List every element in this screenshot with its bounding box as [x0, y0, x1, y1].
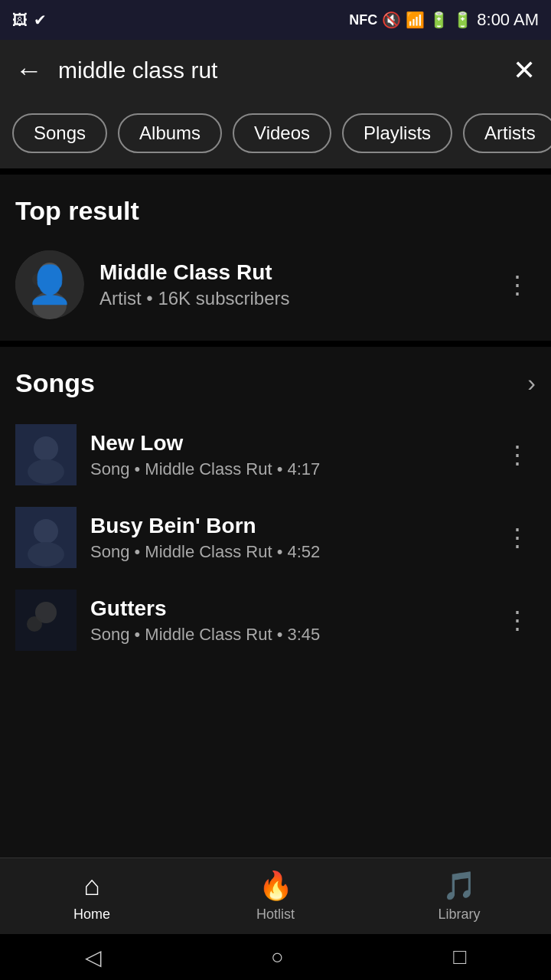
artist-avatar-image	[15, 250, 84, 319]
status-bar: 🖼 ✔ NFC 🔇 📶 🔋 🔋 8:00 AM	[0, 0, 551, 40]
song-art-icon	[15, 507, 77, 568]
artist-name: Middle Class Rut	[99, 260, 484, 285]
song-item[interactable]: Gutters Song • Middle Class Rut • 3:45 ⋮	[15, 579, 536, 662]
android-nav-bar: ◁ ○ □	[0, 934, 551, 980]
song-title: New Low	[90, 431, 485, 456]
song-more-button[interactable]: ⋮	[499, 599, 536, 641]
song-more-button[interactable]: ⋮	[499, 517, 536, 558]
songs-section-header: Songs ›	[15, 368, 536, 398]
song-art-icon	[15, 590, 77, 651]
artist-card[interactable]: Middle Class Rut Artist • 16K subscriber…	[15, 241, 536, 328]
song-meta: Song • Middle Class Rut • 4:17	[90, 459, 485, 479]
top-result-section: Top result Middle Class Rut Artist • 16K…	[0, 175, 551, 341]
svg-point-3	[32, 273, 44, 286]
hotlist-icon: 🔥	[259, 870, 293, 902]
status-icons-left: 🖼 ✔	[12, 11, 47, 29]
android-back-button[interactable]: ◁	[85, 945, 102, 970]
song-info: Busy Bein' Born Song • Middle Class Rut …	[90, 514, 485, 562]
song-item[interactable]: New Low Song • Middle Class Rut • 4:17 ⋮	[15, 413, 536, 496]
song-more-button[interactable]: ⋮	[499, 434, 536, 475]
songs-section: Songs › New Low Song • Middle Class Rut …	[0, 347, 551, 674]
artist-avatar	[15, 250, 84, 319]
tab-artists[interactable]: Artists	[463, 113, 551, 153]
svg-point-2	[33, 292, 67, 319]
section-divider-top	[0, 168, 551, 175]
wifi-icon: 📶	[406, 11, 425, 29]
tab-songs[interactable]: Songs	[12, 113, 107, 153]
section-divider-mid	[0, 341, 551, 347]
song-info: Gutters Song • Middle Class Rut • 3:45	[90, 596, 485, 645]
android-recent-button[interactable]: □	[453, 945, 466, 969]
status-icons-right: NFC 🔇 📶 🔋 🔋 8:00 AM	[349, 10, 539, 30]
nav-library-label: Library	[438, 906, 480, 923]
back-button[interactable]: ←	[15, 54, 43, 87]
artist-silhouette-icon	[15, 250, 84, 319]
svg-rect-7	[15, 424, 77, 485]
android-home-button[interactable]: ○	[271, 945, 284, 969]
library-icon: 🎵	[442, 870, 477, 902]
artist-more-button[interactable]: ⋮	[499, 264, 536, 305]
song-title: Busy Bein' Born	[90, 514, 485, 538]
bottom-nav: ⌂ Home 🔥 Hotlist 🎵 Library	[0, 858, 551, 934]
songs-more-button[interactable]: ›	[527, 369, 536, 397]
song-title: Gutters	[90, 596, 485, 621]
song-meta: Song • Middle Class Rut • 3:45	[90, 625, 485, 645]
song-thumbnail	[15, 507, 77, 568]
nfc-icon: NFC	[349, 12, 377, 28]
nav-home[interactable]: ⌂ Home	[0, 870, 184, 923]
artist-subtitle: Artist • 16K subscribers	[99, 288, 484, 309]
search-header: ← middle class rut ✕	[0, 40, 551, 101]
battery-icon: 🔋	[453, 11, 472, 29]
song-art-icon	[15, 424, 77, 485]
nav-library[interactable]: 🎵 Library	[367, 870, 551, 923]
svg-point-1	[39, 263, 60, 284]
nav-hotlist[interactable]: 🔥 Hotlist	[184, 870, 367, 923]
photo-icon: 🖼	[12, 11, 28, 29]
nav-hotlist-label: Hotlist	[256, 906, 295, 923]
battery-charging-icon: 🔋	[429, 11, 448, 29]
tab-albums[interactable]: Albums	[118, 113, 222, 153]
tab-videos[interactable]: Videos	[233, 113, 331, 153]
clear-search-button[interactable]: ✕	[513, 54, 536, 87]
tab-playlists[interactable]: Playlists	[342, 113, 452, 153]
svg-rect-11	[15, 507, 77, 568]
song-thumbnail	[15, 590, 77, 651]
filter-tabs-container: Songs Albums Videos Playlists Artists	[0, 101, 551, 168]
artist-info: Middle Class Rut Artist • 16K subscriber…	[99, 260, 484, 309]
mute-icon: 🔇	[382, 11, 401, 29]
top-result-title: Top result	[15, 196, 139, 226]
songs-section-title: Songs	[15, 368, 95, 398]
nav-home-label: Home	[73, 906, 110, 923]
svg-rect-15	[15, 590, 77, 651]
song-meta: Song • Middle Class Rut • 4:52	[90, 542, 485, 562]
song-item[interactable]: Busy Bein' Born Song • Middle Class Rut …	[15, 496, 536, 579]
top-result-header: Top result	[15, 196, 536, 226]
song-thumbnail	[15, 424, 77, 485]
home-icon: ⌂	[83, 870, 100, 902]
bottom-spacer	[0, 674, 551, 796]
status-time: 8:00 AM	[477, 10, 539, 30]
check-icon: ✔	[34, 11, 47, 29]
search-query-text[interactable]: middle class rut	[58, 57, 497, 83]
song-info: New Low Song • Middle Class Rut • 4:17	[90, 431, 485, 479]
